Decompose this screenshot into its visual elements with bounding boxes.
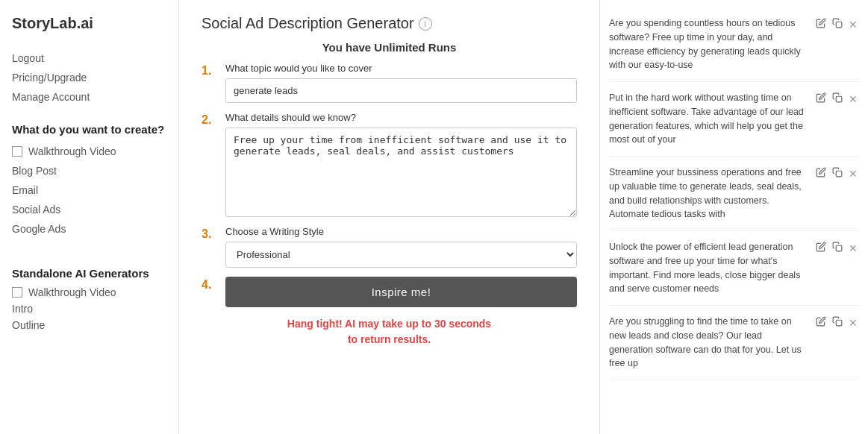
result-text: Are you spending countless hours on tedi… bbox=[609, 16, 808, 72]
step1-label: What topic would you like to cover bbox=[225, 63, 577, 74]
result-actions: ✕ bbox=[814, 240, 859, 256]
create-social-ads[interactable]: Social Ads bbox=[12, 201, 166, 218]
create-email[interactable]: Email bbox=[12, 182, 166, 198]
step1-field-wrapper: What topic would you like to cover bbox=[225, 63, 577, 103]
standalone-section-title: Standalone AI Generators bbox=[12, 267, 166, 280]
standalone-walkthrough[interactable]: Walkthrough Video bbox=[12, 284, 166, 301]
svg-rect-3 bbox=[836, 245, 842, 251]
step4-number: 4. bbox=[202, 277, 216, 292]
result-actions: ✕ bbox=[814, 91, 859, 107]
step2-row: 2. What details should we know? Free up … bbox=[202, 112, 577, 217]
result-actions: ✕ bbox=[814, 166, 859, 181]
step2-number: 2. bbox=[202, 112, 216, 127]
main-content: Social Ad Description Generator i You ha… bbox=[179, 0, 599, 434]
result-text: Streamline your bussiness operations and… bbox=[609, 166, 808, 221]
unlimited-runs-label: You have Unlimited Runs bbox=[202, 41, 577, 54]
standalone-section: Standalone AI Generators Walkthrough Vid… bbox=[12, 252, 166, 333]
step1-row: 1. What topic would you like to cover bbox=[202, 63, 577, 103]
create-google-ads[interactable]: Google Ads bbox=[12, 221, 166, 237]
create-blog[interactable]: Blog Post bbox=[12, 163, 166, 179]
step3-row: 3. Choose a Writing Style Professional C… bbox=[202, 226, 577, 268]
form-section: 1. What topic would you like to cover 2.… bbox=[202, 63, 577, 307]
svg-rect-1 bbox=[836, 96, 842, 102]
result-item: Streamline your bussiness operations and… bbox=[609, 157, 859, 231]
details-textarea[interactable]: Free up <span class="underlined">your</s… bbox=[225, 128, 577, 217]
logo: StoryLab.ai bbox=[12, 15, 166, 32]
result-actions: ✕ bbox=[814, 16, 859, 32]
copy-icon[interactable] bbox=[831, 315, 844, 330]
results-panel: Are you spending countless hours on tedi… bbox=[599, 0, 868, 434]
step3-label: Choose a Writing Style bbox=[225, 226, 577, 237]
result-item: Unlock the power of efficient lead gener… bbox=[609, 231, 859, 306]
edit-icon[interactable] bbox=[814, 240, 828, 256]
logout-link[interactable]: Logout bbox=[12, 50, 166, 66]
copy-icon[interactable] bbox=[831, 166, 844, 181]
edit-icon[interactable] bbox=[814, 91, 828, 107]
copy-icon[interactable] bbox=[831, 240, 844, 256]
manage-account-link[interactable]: Manage Account bbox=[12, 89, 166, 105]
result-actions: ✕ bbox=[814, 315, 859, 330]
walkthrough-checkbox-icon bbox=[12, 146, 22, 157]
edit-icon[interactable] bbox=[814, 315, 828, 330]
step1-number: 1. bbox=[202, 63, 216, 78]
hang-tight-message: Hang tight! AI may take up to 30 seconds… bbox=[202, 316, 577, 347]
create-section-title: What do you want to create? bbox=[12, 123, 166, 136]
svg-rect-0 bbox=[836, 22, 842, 28]
svg-rect-2 bbox=[836, 171, 842, 177]
close-icon[interactable]: ✕ bbox=[847, 241, 859, 256]
edit-icon[interactable] bbox=[814, 16, 828, 32]
topic-input[interactable] bbox=[225, 78, 577, 103]
step3-number: 3. bbox=[202, 226, 216, 241]
inspire-button[interactable]: Inspire me! bbox=[225, 277, 577, 307]
result-item: Are you struggling to find the time to t… bbox=[609, 306, 859, 380]
standalone-outline[interactable]: Outline bbox=[12, 317, 166, 333]
page-title: Social Ad Description Generator bbox=[202, 15, 414, 32]
close-icon[interactable]: ✕ bbox=[847, 92, 859, 107]
result-text: Are you struggling to find the time to t… bbox=[609, 315, 808, 371]
copy-icon[interactable] bbox=[831, 16, 844, 32]
result-item: Are you spending countless hours on tedi… bbox=[609, 7, 859, 82]
step4-field-wrapper: Inspire me! bbox=[225, 277, 577, 307]
close-icon[interactable]: ✕ bbox=[847, 166, 859, 181]
writing-style-select[interactable]: Professional Casual Formal Humorous bbox=[225, 242, 577, 268]
step2-field-wrapper: What details should we know? Free up <sp… bbox=[225, 112, 577, 217]
standalone-walkthrough-checkbox-icon bbox=[12, 287, 22, 298]
edit-icon[interactable] bbox=[814, 166, 828, 181]
pricing-link[interactable]: Pricing/Upgrade bbox=[12, 69, 166, 86]
close-icon[interactable]: ✕ bbox=[847, 315, 859, 330]
standalone-walkthrough-label: Walkthrough Video bbox=[28, 286, 116, 298]
step2-label: What details should we know? bbox=[225, 112, 577, 123]
close-icon[interactable]: ✕ bbox=[847, 17, 859, 32]
standalone-intro[interactable]: Intro bbox=[12, 301, 166, 317]
step4-row: 4. Inspire me! bbox=[202, 277, 577, 307]
create-walkthrough[interactable]: Walkthrough Video bbox=[12, 143, 166, 160]
page-title-row: Social Ad Description Generator i bbox=[202, 15, 577, 32]
create-walkthrough-label: Walkthrough Video bbox=[28, 145, 116, 157]
result-text: Put in the hard work without wasting tim… bbox=[609, 91, 808, 147]
step3-field-wrapper: Choose a Writing Style Professional Casu… bbox=[225, 226, 577, 268]
svg-rect-4 bbox=[836, 320, 842, 326]
copy-icon[interactable] bbox=[831, 91, 844, 107]
info-icon[interactable]: i bbox=[419, 17, 432, 31]
result-text: Unlock the power of efficient lead gener… bbox=[609, 240, 808, 296]
result-item: Put in the hard work without wasting tim… bbox=[609, 82, 859, 157]
sidebar: StoryLab.ai Logout Pricing/Upgrade Manag… bbox=[0, 0, 179, 434]
